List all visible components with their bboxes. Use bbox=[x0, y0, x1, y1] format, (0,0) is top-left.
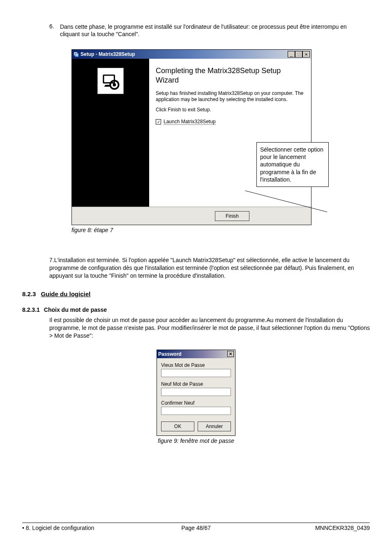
confirm-password-label: Confirmer Neuf bbox=[161, 400, 231, 406]
heading-number: 8.2.3 bbox=[22, 290, 36, 297]
new-password-label: Neuf Mot de Passe bbox=[161, 381, 231, 387]
wizard-sidebar bbox=[72, 59, 149, 207]
figure-8: Setup - Matrix328Setup _ ☐ ✕ bbox=[71, 49, 370, 225]
password-title: Password bbox=[158, 351, 227, 357]
close-icon: ✕ bbox=[229, 352, 232, 356]
setup-icon bbox=[73, 51, 79, 57]
wizard-heading: Completing the Matrix328Setup Setup Wiza… bbox=[156, 66, 304, 85]
ok-button[interactable]: OK bbox=[161, 421, 194, 431]
setup-wizard-window: Setup - Matrix328Setup _ ☐ ✕ bbox=[71, 49, 311, 225]
password-dialog: Password ✕ Vieux Mot de Passe Neuf Mot d… bbox=[157, 350, 235, 436]
callout-box: Sélectionner cette option pour le lancem… bbox=[256, 142, 329, 187]
heading-number: 8.2.3.1 bbox=[22, 306, 40, 313]
password-titlebar[interactable]: Password ✕ bbox=[157, 350, 235, 358]
old-password-label: Vieux Mot de Passe bbox=[161, 362, 231, 368]
maximize-button: ☐ bbox=[295, 51, 302, 58]
heading-8-2-3: 8.2.3Guide du logiciel bbox=[22, 290, 370, 297]
heading-8-2-3-1: 8.2.3.1Choix du mot de passe bbox=[22, 306, 370, 313]
svg-rect-1 bbox=[75, 53, 78, 57]
minimize-button[interactable]: _ bbox=[288, 51, 295, 58]
figure-9: Password ✕ Vieux Mot de Passe Neuf Mot d… bbox=[22, 350, 370, 436]
wizard-titlebar[interactable]: Setup - Matrix328Setup _ ☐ ✕ bbox=[72, 50, 311, 59]
svg-point-5 bbox=[113, 83, 116, 87]
figure-8-caption: figure 8: étape 7 bbox=[71, 227, 370, 233]
confirm-password-input[interactable] bbox=[161, 407, 231, 415]
wizard-paragraph-2: Click Finish to exit Setup. bbox=[156, 107, 304, 113]
checkbox-icon[interactable]: ✓ bbox=[156, 119, 161, 124]
wizard-paragraph-1: Setup has finished installing Matrix328S… bbox=[156, 90, 304, 103]
wizard-title: Setup - Matrix328Setup bbox=[81, 51, 288, 57]
wizard-image bbox=[97, 68, 124, 94]
close-button[interactable]: ✕ bbox=[302, 51, 310, 58]
page-footer: 8. Logiciel de configuration Page 48/67 … bbox=[22, 523, 370, 531]
cancel-button[interactable]: Annuler bbox=[198, 421, 231, 431]
paragraph-8-2-3-1: Il est possible de choisir un mot de pas… bbox=[49, 316, 370, 340]
minimize-icon: _ bbox=[290, 52, 293, 57]
heading-text: Choix du mot de passe bbox=[44, 306, 107, 313]
paragraph-7: 7.L'installation est terminée. Si l'opti… bbox=[49, 256, 370, 280]
list-text: Dans cette phase, le programme est insta… bbox=[60, 23, 364, 38]
password-close-button[interactable]: ✕ bbox=[227, 351, 234, 357]
old-password-input[interactable] bbox=[161, 369, 231, 377]
close-icon: ✕ bbox=[304, 52, 308, 57]
checkbox-label: Launch Matrix328Setup bbox=[164, 119, 216, 125]
figure-9-caption: figure 9: fenêtre mot de passe bbox=[22, 438, 370, 444]
heading-text: Guide du logiciel bbox=[41, 290, 90, 297]
finish-button[interactable]: Finish bbox=[215, 211, 249, 221]
password-body: Vieux Mot de Passe Neuf Mot de Passe Con… bbox=[157, 358, 235, 435]
list-number: 6. bbox=[49, 23, 58, 30]
maximize-icon: ☐ bbox=[297, 52, 301, 57]
list-item-6: 6. Dans cette phase, le programme est in… bbox=[49, 23, 370, 38]
footer-doc-id: MNNCEKR328_0439 bbox=[254, 525, 370, 531]
new-password-input[interactable] bbox=[161, 388, 231, 396]
footer-section: 8. Logiciel de configuration bbox=[22, 525, 138, 531]
wizard-footer: Finish bbox=[72, 207, 311, 225]
footer-page: Page 48/67 bbox=[138, 525, 254, 531]
launch-checkbox-row[interactable]: ✓ Launch Matrix328Setup bbox=[156, 119, 304, 125]
